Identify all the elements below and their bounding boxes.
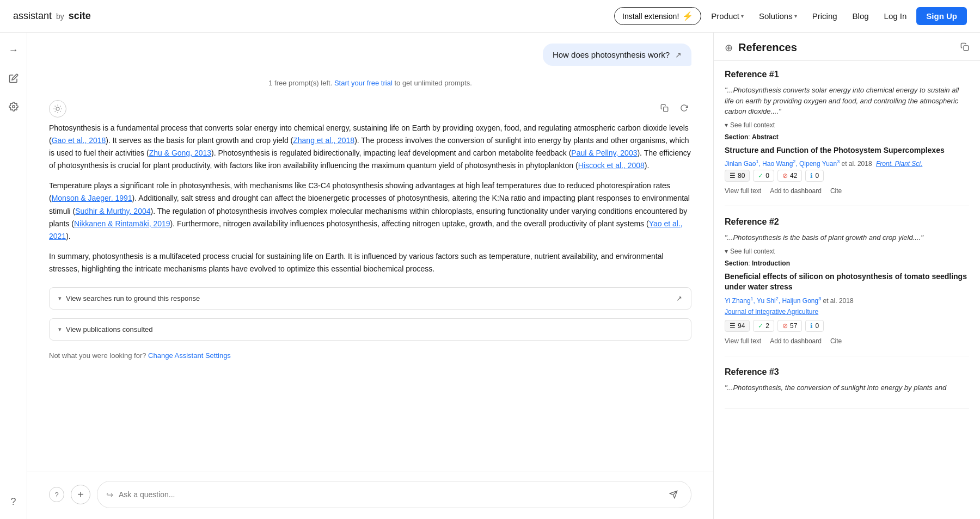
chat-area: How does photosynthesis work? ↗ 1 free p… xyxy=(27,33,713,519)
reference-2-authors: Yi Zhang1, Yu Shi2, Haijun Gong3 et al. … xyxy=(725,296,969,305)
nav-product[interactable]: Product ▾ xyxy=(706,8,749,24)
reference-3-quote: "...Photosynthesis, the conversion of su… xyxy=(725,382,969,393)
arrow-right-icon[interactable]: → xyxy=(5,41,22,59)
stat-mentioning-2: ℹ 0 xyxy=(805,320,824,332)
view-searches-section[interactable]: ▾ View searches run to ground this respo… xyxy=(49,287,691,310)
assistant-header xyxy=(49,100,691,118)
svg-point-1 xyxy=(56,107,59,110)
reference-3-number: Reference #3 xyxy=(725,367,969,377)
view-full-text-1[interactable]: View full text xyxy=(725,187,761,195)
install-label: Install extension! xyxy=(622,12,679,21)
chat-input[interactable] xyxy=(119,490,659,499)
add-to-dashboard-2[interactable]: Add to dashboard xyxy=(770,337,822,345)
stat-total-1: ☰ 80 xyxy=(725,170,750,182)
nav-blog[interactable]: Blog xyxy=(847,8,874,24)
cite-gao-2018[interactable]: Gao et al., 2018 xyxy=(52,136,106,145)
help-icon[interactable]: ? xyxy=(5,493,22,510)
header: assistant by scite Install extension! ⚡ … xyxy=(0,0,980,33)
see-full-context-2[interactable]: ▾ See full context xyxy=(725,248,969,255)
settings-icon[interactable] xyxy=(5,98,22,115)
edit-icon[interactable] xyxy=(5,70,22,87)
assistant-content: Photosynthesis is a fundamental process … xyxy=(49,122,691,283)
header-nav: Install extension! ⚡ Product ▾ Solutions… xyxy=(614,7,967,25)
logo-scite-text: scite xyxy=(69,10,91,22)
user-message: How does photosynthesis work? ↗ xyxy=(49,44,691,66)
table-icon: ☰ xyxy=(730,172,736,180)
svg-rect-5 xyxy=(964,46,969,51)
info-icon: ℹ xyxy=(810,322,813,330)
cite-paul-pellny-2003[interactable]: Paul & Pellny, 2003 xyxy=(571,149,637,157)
reference-2: Reference #2 "...Photosynthesis is the b… xyxy=(725,217,969,356)
assistant-paragraph-2: Temperature plays a significant role in … xyxy=(49,180,691,242)
reference-1-number: Reference #1 xyxy=(725,70,969,79)
add-to-dashboard-1[interactable]: Add to dashboard xyxy=(770,187,822,195)
reference-1-journal[interactable]: Front. Plant Sci. xyxy=(876,160,922,168)
chevron-down-icon: ▾ xyxy=(725,248,728,255)
references-icon: ⊕ xyxy=(725,42,733,54)
stat-mentioning-1: ℹ 0 xyxy=(805,170,824,182)
nav-pricing[interactable]: Pricing xyxy=(807,8,843,24)
cite-hiscock-2008[interactable]: Hiscock et al., 2008 xyxy=(578,161,645,170)
reference-1-stats: ☰ 80 ✓ 0 ⊘ 42 ℹ 0 xyxy=(725,170,969,182)
external-link-icon[interactable]: ↗ xyxy=(675,51,682,59)
block-icon: ⊘ xyxy=(782,172,788,180)
install-extension-button[interactable]: Install extension! ⚡ xyxy=(614,7,701,25)
check-icon: ✓ xyxy=(758,172,763,180)
see-full-context-1[interactable]: ▾ See full context xyxy=(725,121,969,129)
chevron-down-icon: ▾ xyxy=(725,121,728,129)
reference-2-number: Reference #2 xyxy=(725,217,969,227)
nav-solutions[interactable]: Solutions ▾ xyxy=(754,8,803,24)
chevron-down-icon: ▾ xyxy=(58,326,62,333)
assistant-avatar xyxy=(49,100,66,118)
info-icon: ℹ xyxy=(810,172,813,180)
input-arrow-icon: ↪ xyxy=(106,490,113,500)
cite-zhu-gong-2013[interactable]: Zhu & Gong, 2013 xyxy=(149,149,211,157)
view-full-text-2[interactable]: View full text xyxy=(725,337,761,345)
chevron-down-icon: ▾ xyxy=(741,13,744,19)
add-button[interactable]: + xyxy=(71,485,90,504)
change-assistant-settings-link[interactable]: Change Assistant Settings xyxy=(148,351,231,360)
start-free-trial-link[interactable]: Start your free trial xyxy=(334,79,393,87)
cite-button-1[interactable]: Cite xyxy=(830,187,842,195)
reference-1-section: Section: Abstract xyxy=(725,133,969,141)
references-list: Reference #1 "...Photosynthesis converts… xyxy=(714,61,980,519)
view-publications-section[interactable]: ▾ View publications consulted xyxy=(49,318,691,341)
help-icon[interactable]: ? xyxy=(49,487,64,502)
copy-references-icon[interactable] xyxy=(960,42,969,53)
block-icon: ⊘ xyxy=(782,322,788,330)
assistant-actions xyxy=(657,100,691,115)
stat-contradicting-2: ⊘ 57 xyxy=(777,320,802,332)
reference-2-journal[interactable]: Journal of Integrative Agriculture xyxy=(725,308,818,316)
copy-button[interactable] xyxy=(657,100,672,115)
chevron-down-icon: ▾ xyxy=(794,13,797,19)
cite-button-2[interactable]: Cite xyxy=(830,337,842,345)
cite-zhang-2018[interactable]: Zhang et al., 2018 xyxy=(293,136,354,145)
free-prompt-note: 1 free prompt(s) left. Start your free t… xyxy=(49,79,691,87)
user-bubble: How does photosynthesis work? ↗ xyxy=(543,44,691,66)
cite-nikkanen-2019[interactable]: Nikkanen & Rintamäki, 2019 xyxy=(74,219,170,228)
cite-monson-1991[interactable]: Monson & Jaeger, 1991 xyxy=(52,194,132,202)
chevron-down-icon: ▾ xyxy=(58,295,62,302)
main-layout: → ? How does photosynthesis work? ↗ 1 fr… xyxy=(0,33,980,519)
logo-by-text: by xyxy=(56,12,64,21)
reference-2-stats: ☰ 94 ✓ 2 ⊘ 57 ℹ 0 xyxy=(725,320,969,332)
login-link[interactable]: Log In xyxy=(879,8,912,24)
reference-1: Reference #1 "...Photosynthesis converts… xyxy=(725,70,969,206)
reference-1-title: Structure and Function of the Photosyste… xyxy=(725,145,969,156)
cite-sudhir-2004[interactable]: Sudhir & Murthy, 2004 xyxy=(75,207,150,215)
references-header: ⊕ References xyxy=(714,33,980,61)
stat-total-2: ☰ 94 xyxy=(725,320,750,332)
reference-1-authors: Jinlan Gao1, Hao Wang2, Qipeng Yuan3 et … xyxy=(725,159,969,168)
logo-assistant-text: assistant xyxy=(13,10,52,22)
lightning-icon: ⚡ xyxy=(682,11,693,21)
external-link-icon: ↗ xyxy=(676,294,682,302)
user-question-text: How does photosynthesis work? xyxy=(553,50,670,59)
refresh-button[interactable] xyxy=(676,100,691,115)
feedback-note: Not what you were looking for? Change As… xyxy=(49,351,691,360)
reference-1-actions: View full text Add to dashboard Cite xyxy=(725,187,969,195)
input-wrapper: ↪ xyxy=(97,481,691,508)
signup-button[interactable]: Sign Up xyxy=(916,7,967,25)
assistant-paragraph-3: In summary, photosynthesis is a multifac… xyxy=(49,250,691,275)
chat-messages: How does photosynthesis work? ↗ 1 free p… xyxy=(27,33,713,472)
send-button[interactable] xyxy=(665,486,682,503)
